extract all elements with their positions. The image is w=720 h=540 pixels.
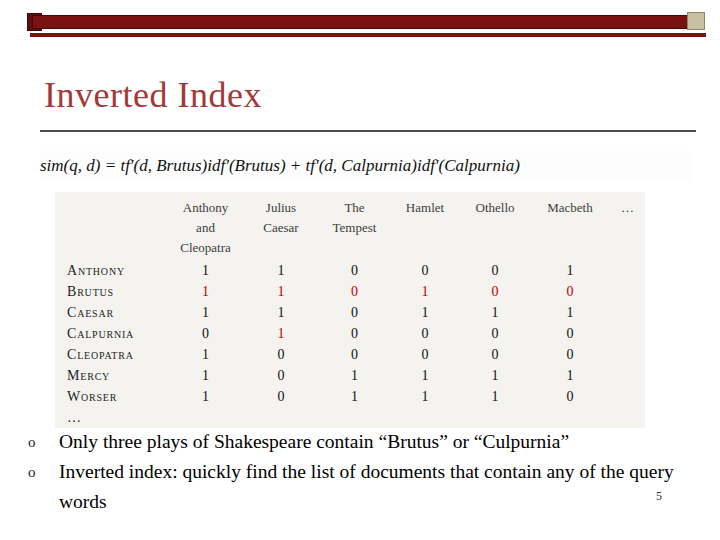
matrix-value: 1 [319, 386, 390, 407]
matrix-value: 0 [319, 344, 390, 365]
matrix-term: … [55, 407, 168, 428]
matrix-term: Anthony [55, 260, 168, 281]
matrix-value: 0 [390, 323, 460, 344]
bullet-marker-icon: o [28, 427, 59, 457]
matrix-value: 0 [243, 344, 319, 365]
matrix-value: 1 [460, 302, 530, 323]
matrix-value: 1 [243, 323, 319, 344]
matrix-value: 1 [243, 302, 319, 323]
matrix-value: 0 [460, 323, 530, 344]
matrix-value: 0 [390, 260, 460, 281]
matrix-term: Mercy [55, 365, 168, 386]
top-bar-thin [30, 33, 706, 37]
matrix-value: 0 [168, 323, 243, 344]
matrix-column-header: Julius Caesar [243, 192, 319, 260]
matrix-value [390, 407, 460, 428]
matrix-filler [610, 386, 645, 407]
matrix-column-header: The Tempest [319, 192, 390, 260]
matrix-value: 1 [168, 281, 243, 302]
matrix-value: 1 [530, 365, 610, 386]
matrix-filler [610, 407, 645, 428]
matrix-value: 1 [460, 386, 530, 407]
matrix-value: 1 [460, 365, 530, 386]
matrix-value: 1 [168, 302, 243, 323]
matrix-filler [610, 302, 645, 323]
matrix-value: 1 [243, 260, 319, 281]
top-bar-thick [32, 15, 688, 29]
matrix-value: 0 [530, 323, 610, 344]
bullet-item: oInverted index: quickly find the list o… [28, 457, 696, 517]
bullet-item: oOnly three plays of Shakespeare contain… [28, 427, 696, 457]
matrix-value: 1 [530, 302, 610, 323]
matrix-corner [55, 192, 168, 260]
matrix-value: 0 [390, 344, 460, 365]
matrix-value: 0 [460, 260, 530, 281]
matrix-column-header: Hamlet [390, 192, 460, 260]
title-underline [40, 130, 696, 132]
matrix-value: 1 [390, 281, 460, 302]
matrix-value: 0 [530, 344, 610, 365]
matrix-filler [610, 281, 645, 302]
bullet-text: Inverted index: quickly find the list of… [59, 457, 696, 517]
matrix-value: 0 [530, 386, 610, 407]
matrix-value: 0 [319, 260, 390, 281]
matrix-column-header: … [610, 192, 645, 260]
matrix-filler [610, 344, 645, 365]
matrix-value [530, 407, 610, 428]
bullet-text: Only three plays of Shakespeare contain … [59, 427, 569, 457]
page-number: 5 [656, 489, 662, 504]
matrix-value: 0 [530, 281, 610, 302]
slide-title: Inverted Index [44, 74, 262, 116]
matrix-filler [610, 260, 645, 281]
matrix-value: 1 [390, 386, 460, 407]
bullet-list: oOnly three plays of Shakespeare contain… [28, 427, 696, 517]
matrix-value [243, 407, 319, 428]
matrix-value: 0 [243, 365, 319, 386]
matrix-value: 0 [319, 281, 390, 302]
matrix-column-header: Othello [460, 192, 530, 260]
matrix-filler [610, 365, 645, 386]
bullet-marker-icon: o [28, 457, 59, 487]
matrix-value: 0 [243, 386, 319, 407]
matrix-value: 0 [460, 344, 530, 365]
matrix-term: Cleopatra [55, 344, 168, 365]
matrix-value: 0 [319, 302, 390, 323]
matrix-value: 0 [319, 323, 390, 344]
matrix-filler [610, 323, 645, 344]
matrix-column-header: Macbeth [530, 192, 610, 260]
matrix-value: 1 [530, 260, 610, 281]
matrix-value: 1 [243, 281, 319, 302]
matrix-value [319, 407, 390, 428]
matrix-value: 0 [460, 281, 530, 302]
matrix-term: Calpurnia [55, 323, 168, 344]
matrix-column-header: Anthony and Cleopatra [168, 192, 243, 260]
matrix-value: 1 [168, 344, 243, 365]
matrix-value: 1 [390, 365, 460, 386]
top-bar-end-square [687, 12, 705, 30]
similarity-formula: sim(q, d) = tf′(d, Brutus)idf′(Brutus) +… [40, 151, 692, 181]
incidence-matrix: Anthony and CleopatraJulius CaesarThe Te… [55, 192, 645, 428]
matrix-value: 1 [168, 386, 243, 407]
matrix-value [460, 407, 530, 428]
matrix-term: Brutus [55, 281, 168, 302]
matrix-term: Caesar [55, 302, 168, 323]
matrix-value: 1 [319, 365, 390, 386]
matrix-term: Worser [55, 386, 168, 407]
matrix-value: 1 [168, 260, 243, 281]
matrix-value [168, 407, 243, 428]
matrix-value: 1 [168, 365, 243, 386]
matrix-value: 1 [390, 302, 460, 323]
